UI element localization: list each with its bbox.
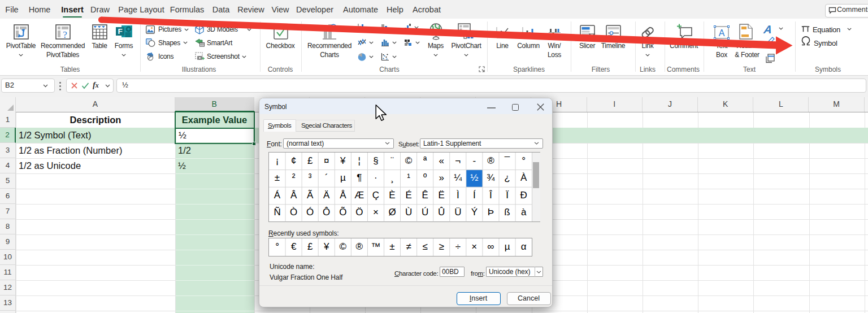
svg-text:F: F [118,27,122,36]
svg-text:?: ? [332,24,335,31]
svg-text:A: A [719,28,725,38]
svg-text:?: ? [63,29,67,40]
